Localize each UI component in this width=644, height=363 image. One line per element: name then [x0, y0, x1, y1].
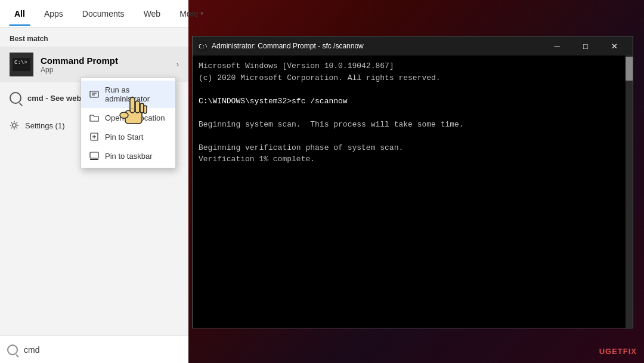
tab-documents[interactable]: Documents: [73, 2, 134, 26]
context-pin-taskbar-label: Pin to taskbar: [105, 152, 153, 161]
cmd-line-6: [199, 130, 627, 142]
context-pin-start-label: Pin to Start: [105, 133, 143, 141]
context-open-file[interactable]: Open file location: [81, 108, 175, 127]
cmd-line-2: [199, 84, 627, 96]
tab-more-label: More: [179, 9, 199, 19]
tab-documents-label: Documents: [82, 9, 125, 19]
context-run-admin-label: Run as administrator: [105, 85, 167, 103]
cmd-line-4: [199, 107, 627, 119]
cmd-line-5: Beginning system scan. This process will…: [199, 119, 627, 131]
pin-taskbar-icon: [89, 151, 99, 161]
minimize-button[interactable]: ─: [543, 36, 571, 56]
settings-icon: [10, 121, 19, 130]
best-match-title: Command Prompt: [41, 56, 118, 66]
tab-apps[interactable]: Apps: [35, 2, 73, 26]
tab-all[interactable]: All: [5, 2, 35, 26]
search-bar[interactable]: cmd: [0, 336, 188, 363]
best-match-info: Command Prompt App: [41, 56, 118, 74]
cmd-line-0: Microsoft Windows [Version 10.0.19042.86…: [199, 60, 627, 72]
run-admin-icon: [89, 90, 99, 99]
context-pin-taskbar[interactable]: Pin to taskbar: [81, 146, 175, 165]
chevron-down-icon: ▾: [200, 10, 203, 17]
cmd-line-1: (c) 2020 Microsoft Corporation. All righ…: [199, 72, 627, 84]
cmd-title-text: Administrator: Command Prompt - sfc /sca…: [212, 42, 538, 50]
cmd-scrollbar[interactable]: [626, 56, 633, 329]
watermark-prefix: UGET: [599, 347, 623, 356]
folder-icon: [89, 113, 99, 122]
best-match-label: Best match: [0, 27, 188, 47]
best-match-subtitle: App: [41, 66, 118, 74]
watermark-suffix: FIX: [623, 347, 637, 356]
cmd-scrollbar-thumb[interactable]: [626, 57, 633, 81]
context-run-admin[interactable]: Run as administrator: [81, 81, 175, 108]
search-web-icon: [10, 92, 21, 104]
tab-all-label: All: [14, 9, 25, 19]
search-input-value: cmd: [24, 345, 39, 355]
svg-rect-7: [90, 152, 98, 158]
pin-start-icon: [89, 132, 99, 141]
tab-apps-label: Apps: [44, 9, 63, 19]
cmd-titlebar-buttons: ─ □ ✕: [543, 36, 628, 56]
best-match-item[interactable]: C:\> Command Prompt App ›: [0, 47, 188, 82]
tab-web-label: Web: [144, 9, 161, 19]
start-tabs: All Apps Documents Web More ▾: [0, 0, 188, 27]
cmd-titlebar-icon: C:\: [197, 41, 207, 51]
close-button[interactable]: ✕: [600, 36, 628, 56]
svg-point-0: [13, 124, 16, 127]
cmd-content: Microsoft Windows [Version 10.0.19042.86…: [193, 56, 633, 328]
svg-rect-8: [90, 159, 98, 160]
context-open-file-label: Open file location: [105, 113, 165, 122]
cmd-line-3: C:\WINDOWS\system32>sfc /scannow: [199, 96, 627, 107]
watermark: UGETFIX: [599, 347, 637, 356]
arrow-right-icon: ›: [177, 60, 179, 69]
maximize-button[interactable]: □: [572, 36, 599, 56]
tab-web[interactable]: Web: [134, 2, 171, 26]
cmd-titlebar: C:\ Administrator: Command Prompt - sfc …: [193, 36, 633, 56]
cmd-app-icon: C:\>: [10, 53, 33, 76]
search-bar-icon: [7, 344, 18, 355]
tab-more[interactable]: More ▾: [170, 2, 213, 26]
context-menu: Run as administrator Open file location …: [80, 78, 176, 168]
settings-label: Settings (1): [25, 121, 64, 130]
cmd-window: C:\ Administrator: Command Prompt - sfc …: [192, 36, 633, 328]
svg-rect-1: [90, 91, 98, 97]
cmd-line-7: Beginning verification phase of system s…: [199, 142, 627, 154]
context-pin-start[interactable]: Pin to Start: [81, 127, 175, 146]
start-menu: All Apps Documents Web More ▾ Best match…: [0, 0, 188, 363]
cmd-line-8: Verification 1% complete.: [199, 153, 627, 165]
svg-text:C:\: C:\: [199, 44, 207, 50]
